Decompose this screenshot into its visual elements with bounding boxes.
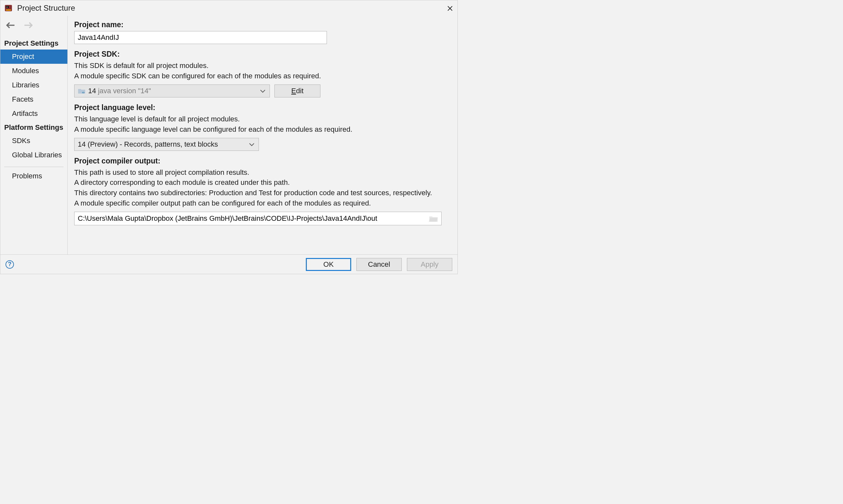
ok-button[interactable]: OK bbox=[306, 258, 351, 271]
compiler-output-desc3: This directory contains two subdirectori… bbox=[74, 188, 451, 198]
edit-label-rest: dit bbox=[296, 87, 304, 95]
project-sdk-label: Project SDK: bbox=[74, 50, 451, 59]
sidebar-divider bbox=[4, 167, 64, 167]
sidebar-item-modules[interactable]: Modules bbox=[0, 64, 67, 78]
cancel-button[interactable]: Cancel bbox=[356, 258, 402, 271]
sidebar-item-project[interactable]: Project bbox=[0, 50, 67, 64]
sidebar-item-facets[interactable]: Facets bbox=[0, 92, 67, 107]
nav-forward-icon[interactable] bbox=[24, 22, 33, 31]
titlebar: IJ Project Structure bbox=[0, 0, 458, 16]
language-level-label: Project language level: bbox=[74, 103, 451, 112]
project-name-input[interactable] bbox=[74, 31, 327, 44]
project-name-label: Project name: bbox=[74, 20, 451, 29]
close-icon[interactable] bbox=[447, 5, 453, 11]
help-icon[interactable]: ? bbox=[5, 260, 14, 269]
main-panel: Project name: Project SDK: This SDK is d… bbox=[68, 16, 458, 254]
sdk-selected-primary: 14 bbox=[88, 87, 96, 95]
java-folder-icon bbox=[78, 88, 86, 94]
project-sdk-desc1: This SDK is default for all project modu… bbox=[74, 60, 451, 71]
compiler-output-desc4: A module specific compiler output path c… bbox=[74, 198, 451, 209]
sidebar-heading-project-settings: Project Settings bbox=[0, 37, 67, 50]
browse-folder-icon[interactable] bbox=[429, 215, 438, 222]
language-level-desc1: This language level is default for all p… bbox=[74, 114, 451, 124]
sidebar-item-libraries[interactable]: Libraries bbox=[0, 78, 67, 92]
nav-back-icon[interactable] bbox=[6, 22, 15, 31]
dialog-footer: ? OK Cancel Apply bbox=[0, 254, 458, 274]
compiler-output-input[interactable] bbox=[74, 212, 426, 225]
sidebar-item-sdks[interactable]: SDKs bbox=[0, 134, 67, 148]
chevron-down-icon bbox=[260, 87, 266, 95]
compiler-output-desc1: This path is used to store all project c… bbox=[74, 167, 451, 178]
project-sdk-desc2: A module specific SDK can be configured … bbox=[74, 71, 451, 81]
language-level-selected: 14 (Preview) - Records, patterns, text b… bbox=[78, 140, 218, 148]
compiler-output-desc2: A directory corresponding to each module… bbox=[74, 177, 451, 188]
window-title: Project Structure bbox=[17, 3, 447, 13]
compiler-output-label: Project compiler output: bbox=[74, 157, 451, 165]
sidebar-item-artifacts[interactable]: Artifacts bbox=[0, 107, 67, 121]
sdk-selected-secondary: java version "14" bbox=[98, 87, 151, 95]
sidebar-item-problems[interactable]: Problems bbox=[0, 169, 67, 183]
apply-button: Apply bbox=[407, 258, 452, 271]
svg-rect-3 bbox=[6, 10, 11, 10]
language-level-desc2: A module specific language level can be … bbox=[74, 124, 451, 134]
svg-text:IJ: IJ bbox=[6, 6, 8, 8]
language-level-combo[interactable]: 14 (Preview) - Records, patterns, text b… bbox=[74, 138, 259, 151]
sidebar-heading-platform-settings: Platform Settings bbox=[0, 121, 67, 134]
app-icon: IJ bbox=[4, 4, 13, 12]
chevron-down-icon bbox=[249, 140, 255, 148]
project-sdk-combo[interactable]: 14 java version "14" bbox=[74, 85, 270, 97]
sidebar-item-global-libraries[interactable]: Global Libraries bbox=[0, 148, 67, 162]
edit-sdk-button[interactable]: Edit bbox=[274, 85, 321, 97]
sidebar: Project Settings Project Modules Librari… bbox=[0, 16, 68, 254]
